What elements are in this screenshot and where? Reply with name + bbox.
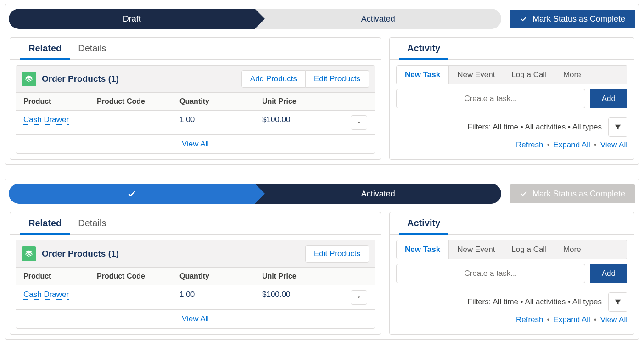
activity-view-all-link[interactable]: View All <box>600 315 627 324</box>
stage-label: Activated <box>361 189 395 199</box>
col-quantity: Quantity <box>179 97 262 106</box>
create-task-input[interactable] <box>396 264 585 283</box>
order-products-card: Order Products (1) Edit Products Product… <box>16 240 375 329</box>
product-link[interactable]: Cash Drawer <box>23 290 69 300</box>
subtab-log-call[interactable]: Log a Call <box>503 240 555 259</box>
edit-products-button[interactable]: Edit Products <box>306 70 369 88</box>
record-panel: Draft Activated Mark Status as Complete … <box>5 4 639 165</box>
filter-button[interactable] <box>608 292 627 312</box>
filter-summary: Filters: All time • All activities • All… <box>468 123 602 132</box>
status-stage-activated[interactable]: Activated <box>255 184 501 204</box>
activity-subtabs: New Task New Event Log a Call More <box>396 240 627 259</box>
layers-icon <box>22 246 36 261</box>
tab-activity[interactable]: Activity <box>399 38 448 60</box>
col-quantity: Quantity <box>179 272 262 280</box>
mark-status-complete-button: Mark Status as Complete <box>510 184 635 203</box>
subtab-new-event[interactable]: New Event <box>449 240 503 259</box>
mark-status-complete-button[interactable]: Mark Status as Complete <box>510 10 635 28</box>
status-path: Draft Activated <box>9 9 501 29</box>
subtab-new-event[interactable]: New Event <box>449 66 503 84</box>
col-product: Product <box>23 272 97 280</box>
refresh-link[interactable]: Refresh <box>516 140 543 150</box>
check-icon <box>520 190 528 198</box>
product-link[interactable]: Cash Drawer <box>23 115 69 125</box>
filter-icon <box>614 298 622 306</box>
tab-activity[interactable]: Activity <box>399 212 448 235</box>
chevron-down-icon <box>356 295 362 300</box>
table-row: Cash Drawer 1.00 $100.00 <box>16 111 375 135</box>
filter-button[interactable] <box>608 117 627 137</box>
status-stage-activated[interactable]: Activated <box>255 9 501 29</box>
view-all-link[interactable]: View All <box>16 310 375 328</box>
activity-view-all-link[interactable]: View All <box>600 140 627 150</box>
add-task-button[interactable]: Add <box>590 264 627 283</box>
status-path: Activated <box>9 184 501 204</box>
layers-icon <box>22 72 36 86</box>
edit-products-button[interactable]: Edit Products <box>305 245 369 263</box>
card-title: Order Products (1) <box>42 249 305 259</box>
cell-price: $100.00 <box>262 290 349 305</box>
cell-qty: 1.00 <box>179 290 262 305</box>
cell-price: $100.00 <box>262 115 349 130</box>
row-menu-button[interactable] <box>351 290 367 305</box>
card-title: Order Products (1) <box>42 74 241 84</box>
activity-tabs: Activity <box>390 212 634 235</box>
col-product: Product <box>23 97 97 106</box>
related-panel: Related Details Order Products (1) Add P… <box>10 37 381 160</box>
view-all-link[interactable]: View All <box>16 135 375 153</box>
status-stage-draft[interactable] <box>9 184 255 204</box>
add-products-button[interactable]: Add Products <box>241 70 306 88</box>
refresh-link[interactable]: Refresh <box>516 315 543 324</box>
activity-panel: Activity New Task New Event Log a Call M… <box>389 37 634 160</box>
col-unit-price: Unit Price <box>262 272 367 280</box>
activity-panel: Activity New Task New Event Log a Call M… <box>389 212 634 335</box>
subtab-log-call[interactable]: Log a Call <box>503 66 555 84</box>
tab-details[interactable]: Details <box>70 212 114 235</box>
col-product-code: Product Code <box>97 272 179 280</box>
left-tabs: Related Details <box>10 212 381 235</box>
table-header: Product Product Code Quantity Unit Price <box>16 268 375 285</box>
chevron-right-icon <box>255 184 265 204</box>
activity-tabs: Activity <box>390 38 634 60</box>
add-task-button[interactable]: Add <box>590 89 627 108</box>
subtab-new-task[interactable]: New Task <box>397 66 449 84</box>
left-tabs: Related Details <box>10 38 381 60</box>
card-header: Order Products (1) Add Products Edit Pro… <box>16 66 375 93</box>
table-row: Cash Drawer 1.00 $100.00 <box>16 285 375 310</box>
path-bar: Activated Mark Status as Complete <box>9 184 635 204</box>
col-unit-price: Unit Price <box>262 97 367 106</box>
tab-related[interactable]: Related <box>20 212 70 235</box>
activity-subtabs: New Task New Event Log a Call More <box>396 65 627 84</box>
status-stage-draft[interactable]: Draft <box>9 9 255 29</box>
card-header: Order Products (1) Edit Products <box>16 240 375 268</box>
subtab-new-task[interactable]: New Task <box>397 240 449 259</box>
tab-details[interactable]: Details <box>70 38 114 60</box>
related-panel: Related Details Order Products (1) Edit … <box>10 212 381 335</box>
chevron-right-icon <box>255 9 265 29</box>
expand-all-link[interactable]: Expand All <box>553 315 590 324</box>
check-icon <box>520 15 528 23</box>
stage-label: Activated <box>361 14 395 24</box>
stage-label: Draft <box>123 14 141 24</box>
check-icon <box>127 189 136 198</box>
chevron-down-icon <box>356 120 362 125</box>
tab-related[interactable]: Related <box>20 38 70 60</box>
expand-all-link[interactable]: Expand All <box>553 140 590 150</box>
subtab-more[interactable]: More <box>555 240 589 259</box>
filter-summary: Filters: All time • All activities • All… <box>468 297 602 307</box>
table-header: Product Product Code Quantity Unit Price <box>16 93 375 111</box>
subtab-more[interactable]: More <box>555 66 589 84</box>
cell-code <box>97 115 179 130</box>
filter-icon <box>614 123 622 131</box>
order-products-card: Order Products (1) Add Products Edit Pro… <box>16 65 375 154</box>
create-task-input[interactable] <box>396 89 585 108</box>
cell-qty: 1.00 <box>179 115 262 130</box>
path-bar: Draft Activated Mark Status as Complete <box>9 9 635 29</box>
row-menu-button[interactable] <box>351 115 367 130</box>
col-product-code: Product Code <box>97 97 179 106</box>
cell-code <box>97 290 179 305</box>
record-panel: Activated Mark Status as Complete Relate… <box>5 179 639 340</box>
